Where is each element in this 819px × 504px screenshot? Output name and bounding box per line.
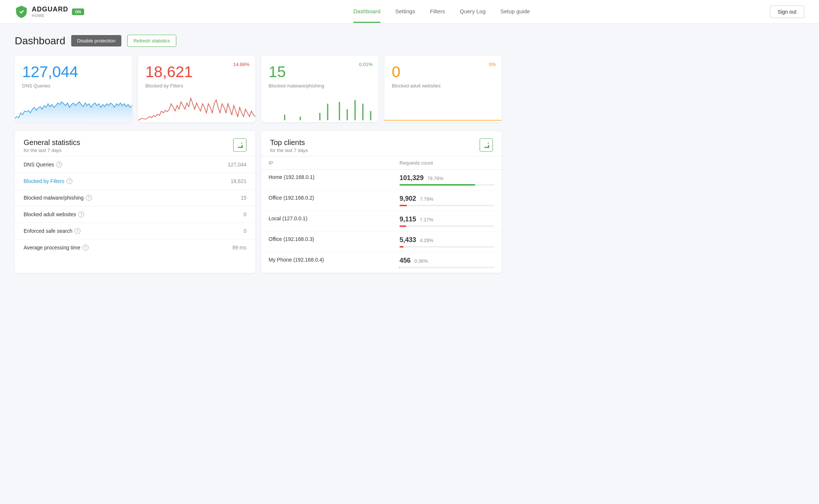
client-bar-track-2 [400, 225, 494, 227]
blocked-chart [138, 96, 255, 122]
adult-number: 0 [392, 63, 494, 81]
help-icon-dns[interactable]: ? [56, 162, 62, 168]
nav-query-log[interactable]: Query Log [460, 1, 485, 23]
client-bar-fill-4 [400, 267, 400, 268]
client-count-4: 456 0.36% [400, 257, 494, 265]
client-bar-fill-3 [400, 246, 404, 248]
malware-chart [261, 96, 379, 122]
table-row: Enforced safe search ? 0 [15, 223, 255, 239]
client-bar-track-1 [400, 205, 494, 206]
table-row: Average processing time ? 89 ms [15, 239, 255, 256]
general-stats-table: DNS Queries ? 127,044 Blocked by Filters… [15, 156, 255, 256]
table-row: My Phone (192.168.0.4) 456 0.36% [261, 252, 502, 273]
nav-links: Dashboard Settings Filters Query Log Set… [114, 1, 770, 23]
row-value-dns: 127,044 [184, 156, 255, 173]
table-row: Office (192.168.0.3) 5,433 4.28% [261, 232, 502, 252]
dns-chart [15, 96, 132, 122]
help-icon-avg-time[interactable]: ? [83, 245, 89, 251]
adult-label: Blocked adult websites [392, 83, 494, 89]
stat-card-dns: 127,044 DNS Queries [15, 56, 132, 122]
col-header-ip: IP [261, 156, 392, 170]
status-badge: ON [72, 8, 84, 15]
row-label-blocked: Blocked by Filters ? [24, 178, 175, 184]
help-icon-adult[interactable]: ? [78, 211, 84, 217]
client-bar-track-0 [400, 184, 494, 186]
row-value-avg-time: 89 ms [184, 239, 255, 256]
stat-card-malware: 0.01% 15 Blocked malware/phishing [261, 56, 379, 122]
refresh-statistics-button[interactable]: Refresh statistics [127, 35, 176, 47]
stat-card-adult: 0% 0 Blocked adult websites [384, 56, 502, 122]
stats-cards-row: 127,044 DNS Queries 14.66% 18,621 [15, 56, 502, 122]
disable-protection-button[interactable]: Disable protection [71, 35, 121, 46]
sign-out-button[interactable]: Sign out [770, 6, 804, 18]
brand-sub: HOME [32, 13, 68, 18]
row-label-malware: Blocked malware/phishing ? [24, 195, 175, 201]
row-label-avg-time: Average processing time ? [24, 245, 175, 251]
malware-percentage: 0.01% [359, 62, 373, 67]
help-icon-safe-search[interactable]: ? [75, 228, 80, 234]
general-statistics-panel: General statistics for the last 7 days D… [15, 131, 255, 273]
table-row: Office (192.168.0.2) 9,902 7.79% [261, 190, 502, 211]
bottom-row: General statistics for the last 7 days D… [15, 131, 502, 273]
top-clients-table: IP Requests count Home (192.168.0.1) 101… [261, 156, 502, 273]
general-stats-refresh-button[interactable] [233, 138, 246, 152]
dns-queries-label: DNS Queries [22, 83, 125, 89]
client-name-0: Home (192.168.0.1) [269, 174, 315, 180]
table-row: Blocked by Filters ? 18,621 [15, 173, 255, 190]
row-label-safe-search: Enforced safe search ? [24, 228, 175, 234]
row-label-adult: Blocked adult websites ? [24, 211, 175, 217]
table-row: Home (192.168.0.1) 101,329 79.76% [261, 170, 502, 190]
adult-percentage: 0% [489, 62, 496, 67]
top-clients-refresh-button[interactable] [480, 138, 493, 152]
navbar: ADGUARD HOME ON Dashboard Settings Filte… [0, 0, 819, 24]
malware-label: Blocked malware/phishing [269, 83, 371, 89]
client-bar-track-4 [400, 267, 494, 268]
client-name-4: My Phone (192.168.0.4) [269, 257, 324, 263]
row-value-safe-search: 0 [184, 223, 255, 239]
logo: ADGUARD HOME ON [15, 5, 84, 18]
client-count-3: 5,433 4.28% [400, 236, 494, 244]
client-name-3: Office (192.168.0.3) [269, 236, 314, 242]
brand-name: ADGUARD [32, 6, 68, 13]
row-label-dns: DNS Queries ? [24, 162, 175, 168]
refresh-icon [237, 142, 243, 148]
stat-card-blocked: 14.66% 18,621 Blocked by Filters [138, 56, 255, 122]
col-header-requests: Requests count [392, 156, 502, 170]
nav-right: Sign out [770, 6, 804, 18]
nav-dashboard[interactable]: Dashboard [353, 1, 380, 23]
blocked-number: 18,621 [145, 63, 248, 81]
top-clients-title: Top clients [270, 138, 308, 147]
row-value-malware: 15 [184, 190, 255, 206]
nav-filters[interactable]: Filters [430, 1, 445, 23]
help-icon-blocked[interactable]: ? [66, 178, 72, 184]
nav-setup-guide[interactable]: Setup guide [500, 1, 530, 23]
client-bar-fill-1 [400, 205, 407, 206]
page-title: Dashboard [15, 35, 65, 47]
general-stats-subtitle: for the last 7 days [24, 148, 80, 153]
client-count-1: 9,902 7.79% [400, 195, 494, 203]
row-value-adult: 0 [184, 206, 255, 223]
top-clients-header: Top clients for the last 7 days [261, 131, 502, 156]
client-name-2: Local (127.0.0.1) [269, 215, 307, 221]
blocked-percentage: 14.66% [233, 62, 249, 67]
client-name-1: Office (192.168.0.2) [269, 195, 314, 201]
table-row: Blocked adult websites ? 0 [15, 206, 255, 223]
dns-queries-number: 127,044 [22, 63, 125, 81]
client-count-2: 9,115 7.17% [400, 215, 494, 223]
table-row: DNS Queries ? 127,044 [15, 156, 255, 173]
help-icon-malware[interactable]: ? [86, 195, 92, 201]
client-count-0: 101,329 79.76% [400, 174, 494, 182]
nav-settings[interactable]: Settings [395, 1, 415, 23]
client-bar-fill-2 [400, 225, 406, 227]
top-clients-subtitle: for the last 7 days [270, 148, 308, 153]
client-bar-fill-0 [400, 184, 475, 186]
general-stats-title: General statistics [24, 138, 80, 147]
row-value-blocked: 18,621 [184, 173, 255, 190]
main-content: Dashboard Disable protection Refresh sta… [0, 24, 516, 284]
blocked-label: Blocked by Filters [145, 83, 248, 89]
table-row: Blocked malware/phishing ? 15 [15, 190, 255, 206]
top-clients-panel: Top clients for the last 7 days IP Reque… [261, 131, 502, 273]
general-stats-header: General statistics for the last 7 days [15, 131, 255, 156]
table-row: Local (127.0.0.1) 9,115 7.17% [261, 211, 502, 232]
adguard-logo-icon [15, 5, 28, 18]
